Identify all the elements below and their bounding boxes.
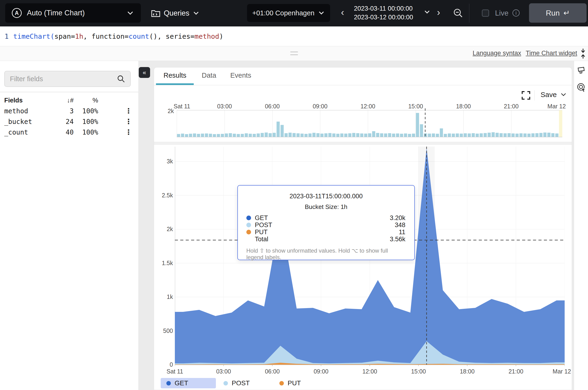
mini-bar[interactable]: [344, 134, 347, 137]
tab-events[interactable]: Events: [230, 72, 251, 79]
mini-bar[interactable]: [432, 133, 435, 137]
mini-bar[interactable]: [448, 133, 451, 137]
mini-bar[interactable]: [388, 133, 391, 137]
mini-bar[interactable]: [404, 133, 407, 137]
mini-bar[interactable]: [547, 133, 550, 137]
mini-bar[interactable]: [511, 133, 515, 137]
mini-bar[interactable]: [408, 134, 411, 137]
mini-histogram[interactable]: [177, 105, 562, 140]
mini-bar[interactable]: [241, 134, 244, 137]
mini-bar[interactable]: [348, 133, 351, 137]
mini-bar[interactable]: [551, 133, 554, 137]
save-button[interactable]: Save: [541, 91, 567, 99]
query-code[interactable]: timeChart(span=1h, function=count(), ser…: [13, 32, 223, 40]
mini-bar[interactable]: [209, 134, 212, 137]
mini-bar[interactable]: [539, 133, 543, 137]
mini-bar[interactable]: [535, 133, 539, 137]
mini-bar[interactable]: [289, 133, 292, 137]
mini-bar[interactable]: [480, 133, 483, 137]
mini-bar[interactable]: [221, 134, 224, 137]
mini-bar[interactable]: [300, 134, 303, 137]
resize-handle[interactable]: [290, 51, 298, 57]
mini-bar[interactable]: [308, 133, 311, 137]
mini-bar[interactable]: [496, 133, 499, 137]
mini-bar[interactable]: [293, 133, 296, 137]
mini-bar[interactable]: [428, 134, 431, 137]
mini-bar[interactable]: [376, 133, 379, 137]
mini-bar[interactable]: [476, 134, 479, 137]
time-range-selector[interactable]: 2023-03-11 00:00:00 2023-03-12 00:00:00: [354, 4, 422, 22]
mini-bar[interactable]: [177, 134, 180, 137]
mini-bar[interactable]: [205, 133, 208, 137]
mini-bar[interactable]: [488, 133, 491, 137]
mini-bar[interactable]: [304, 134, 307, 137]
mini-bar[interactable]: [233, 134, 236, 137]
mini-bar[interactable]: [531, 133, 534, 137]
mini-bar[interactable]: [396, 133, 399, 137]
mini-bar[interactable]: [420, 124, 423, 137]
mini-bar[interactable]: [181, 134, 184, 137]
mini-bar[interactable]: [484, 133, 487, 137]
mini-bar[interactable]: [472, 133, 475, 137]
mini-bar[interactable]: [217, 134, 220, 137]
mini-bar[interactable]: [281, 125, 284, 137]
tab-results[interactable]: Results: [164, 72, 186, 79]
mini-bar[interactable]: [504, 133, 506, 137]
mini-bar[interactable]: [225, 133, 228, 137]
mini-bar[interactable]: [328, 133, 331, 137]
mini-bar[interactable]: [261, 133, 264, 137]
mini-bar[interactable]: [197, 134, 200, 137]
time-forward-button[interactable]: ›: [437, 7, 440, 18]
legend-item-put[interactable]: PUT: [279, 378, 301, 388]
mini-bar[interactable]: [249, 134, 252, 137]
mini-bar[interactable]: [440, 128, 443, 137]
mini-bar[interactable]: [452, 134, 455, 137]
filter-fields-box[interactable]: [4, 71, 131, 87]
mini-bar[interactable]: [193, 133, 196, 137]
mini-bar[interactable]: [492, 132, 495, 137]
mini-bar[interactable]: [544, 132, 546, 137]
mini-bar[interactable]: [185, 134, 188, 137]
mini-bar[interactable]: [519, 133, 522, 137]
legend-item-post[interactable]: POST: [223, 378, 250, 388]
mini-bar[interactable]: [523, 133, 526, 137]
mini-bar[interactable]: [316, 133, 320, 137]
mini-bar[interactable]: [336, 134, 339, 137]
mini-bar[interactable]: [356, 133, 359, 137]
mini-bar[interactable]: [516, 134, 519, 137]
mini-bar[interactable]: [392, 134, 395, 137]
mini-bar[interactable]: [372, 131, 375, 137]
mini-bar[interactable]: [436, 134, 439, 137]
info-icon[interactable]: i: [512, 9, 520, 16]
view-selector-button[interactable]: A Auto (Time Chart): [5, 3, 141, 23]
mini-bar[interactable]: [245, 133, 248, 137]
mini-bar[interactable]: [201, 134, 204, 137]
mini-bar[interactable]: [296, 133, 299, 137]
mini-bar[interactable]: [500, 133, 503, 137]
mini-bar[interactable]: [312, 133, 315, 137]
count-sort-header[interactable]: ↓#: [57, 97, 74, 104]
mini-bar[interactable]: [253, 134, 256, 137]
mini-bar[interactable]: [412, 134, 415, 137]
mini-bar[interactable]: [257, 133, 260, 137]
mini-bar[interactable]: [273, 133, 276, 137]
mini-bar[interactable]: [229, 133, 232, 137]
mini-bar[interactable]: [527, 134, 530, 137]
queries-button[interactable]: Queries: [151, 0, 199, 26]
collapse-vertical-icon[interactable]: [579, 48, 588, 59]
mini-bar[interactable]: [444, 134, 447, 137]
query-editor[interactable]: 1 timeChart(span=1h, function=count(), s…: [0, 26, 588, 46]
mini-bar[interactable]: [364, 134, 367, 137]
mini-bar[interactable]: [340, 133, 343, 137]
mini-bar[interactable]: [416, 113, 419, 137]
mini-bar[interactable]: [468, 133, 471, 137]
mini-bar[interactable]: [464, 133, 467, 137]
mini-bar[interactable]: [456, 133, 459, 137]
live-checkbox[interactable]: [482, 9, 489, 17]
mini-bar[interactable]: [277, 122, 280, 137]
time-back-button[interactable]: ‹: [341, 7, 344, 18]
field-menu-kebab-icon[interactable]: ⋮: [125, 107, 132, 115]
field-row-_count[interactable]: _count40100%⋮: [0, 128, 138, 139]
mini-bar[interactable]: [332, 133, 335, 137]
mini-bar[interactable]: [555, 133, 558, 137]
